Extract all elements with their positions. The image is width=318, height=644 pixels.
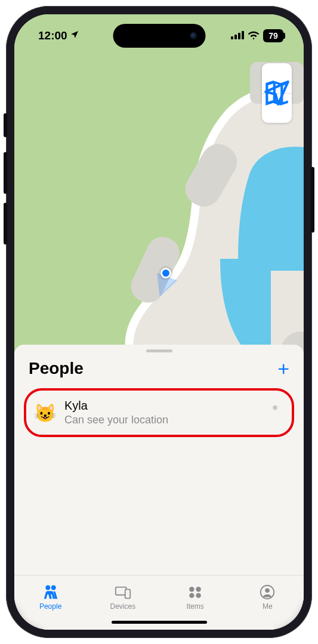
svg-rect-1 (234, 35, 237, 39)
svg-point-14 (189, 593, 194, 597)
recenter-button[interactable] (262, 93, 292, 123)
wifi-icon (248, 29, 260, 42)
home-indicator[interactable] (112, 621, 207, 624)
person-avatar: 😺 (33, 402, 56, 423)
tab-items[interactable]: Items (159, 575, 231, 619)
sheet-title: People (29, 359, 84, 378)
sheet-grabber[interactable] (146, 349, 172, 352)
battery-indicator: 79 (263, 29, 283, 42)
svg-point-9 (51, 586, 55, 590)
svg-rect-3 (242, 31, 244, 39)
phone-frame: 12:00 79 (6, 6, 312, 638)
person-status: Can see your location (64, 414, 260, 426)
volume-down-button (4, 203, 7, 244)
svg-point-15 (196, 593, 201, 597)
tab-me-label: Me (263, 602, 273, 611)
tab-items-label: Items (186, 602, 203, 611)
svg-point-12 (189, 587, 194, 592)
svg-point-17 (265, 588, 270, 593)
status-time: 12:00 (38, 29, 67, 42)
svg-rect-2 (238, 33, 240, 39)
svg-point-8 (45, 586, 50, 590)
person-name: Kyla (64, 399, 260, 413)
tab-devices[interactable]: Devices (87, 575, 159, 619)
svg-rect-0 (231, 36, 233, 39)
tab-people-label: People (39, 602, 61, 611)
cellular-icon (231, 29, 244, 42)
svg-rect-11 (125, 589, 130, 598)
tab-me[interactable]: Me (231, 575, 304, 619)
add-person-button[interactable]: + (277, 358, 289, 379)
map-view[interactable] (14, 14, 304, 354)
dynamic-island (113, 24, 205, 48)
tab-devices-label: Devices (110, 602, 136, 611)
current-location-dot (160, 268, 171, 278)
side-button (4, 113, 7, 137)
loading-spinner-icon (268, 405, 282, 420)
volume-up-button (4, 152, 7, 194)
location-services-icon (70, 30, 79, 42)
svg-point-13 (196, 587, 201, 592)
people-sheet[interactable]: People + 😺 Kyla Can see your location (14, 345, 304, 630)
person-row[interactable]: 😺 Kyla Can see your location (24, 388, 294, 437)
screen: 12:00 79 (14, 14, 304, 630)
tab-people[interactable]: People (14, 575, 87, 619)
map-controls (262, 63, 292, 123)
power-button (311, 167, 314, 233)
